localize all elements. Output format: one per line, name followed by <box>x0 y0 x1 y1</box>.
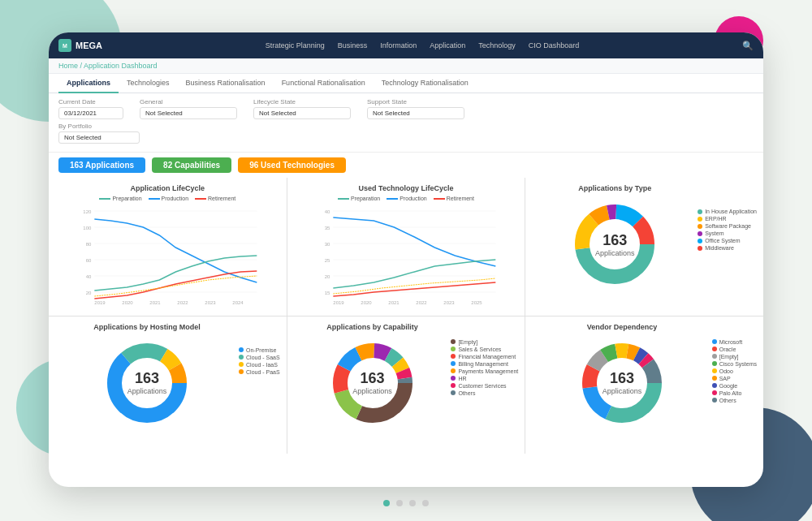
legend-dot-google <box>712 383 717 388</box>
capability-donut-container: 163 Applications <box>294 334 451 432</box>
tab-applications[interactable]: Applications <box>58 74 119 93</box>
legend-dot-office <box>698 239 702 243</box>
legend-dot-sap <box>712 376 717 381</box>
vendor-number: 163 <box>603 370 642 387</box>
lifecycle-label: Lifecycle State <box>253 98 351 105</box>
nav-technology[interactable]: Technology <box>478 41 516 50</box>
svg-text:30: 30 <box>324 242 330 247</box>
portfolio-value[interactable]: Not Selected <box>58 131 140 144</box>
legend-dot-odoo <box>712 368 717 373</box>
filter-row-2: By Portfolio Not Selected <box>58 123 754 144</box>
current-date-value[interactable]: 03/12/2021 <box>58 107 123 119</box>
by-type-number: 163 <box>595 232 635 249</box>
vendor-legend: Microsoft Oracle [Empty] Cisco Systems O… <box>712 339 757 403</box>
by-type-label: Applications <box>595 249 635 257</box>
hosting-number: 163 <box>127 370 167 387</box>
svg-text:2023: 2023 <box>443 300 455 305</box>
legend-dot-cloud-saas <box>239 355 244 360</box>
nav-search-icon[interactable]: 🔍 <box>742 41 754 51</box>
legend-ut-label-prod: Production <box>400 196 426 201</box>
kpi-capabilities[interactable]: 82 Capabilities <box>152 157 231 173</box>
tab-technologies[interactable]: Technologies <box>119 74 178 93</box>
legend-cap-hr: HR <box>451 376 518 381</box>
svg-text:120: 120 <box>83 209 92 214</box>
legend-label-retirement: Retirement <box>208 196 235 201</box>
kpi-technologies[interactable]: 96 Used Technologies <box>238 157 346 173</box>
chart-by-type: Applications by Type 163 Applications <box>525 178 763 316</box>
breadcrumb-current: Application Dashboard <box>84 62 158 70</box>
tab-business-rat[interactable]: Business Rationalisation <box>178 74 274 93</box>
chart-lifecycle: Application LifeCycle Preparation Produc… <box>49 178 287 316</box>
legend-vendor-microsoft: Microsoft <box>712 339 757 345</box>
dot-3[interactable] <box>409 500 416 506</box>
legend-color-preparation <box>99 198 110 200</box>
legend-dot-cap-payments <box>451 368 456 373</box>
legend-dot-microsoft <box>712 339 717 344</box>
svg-text:2022: 2022 <box>416 300 427 305</box>
legend-inhouse: In House Application <box>698 209 757 214</box>
chart-capability-donut: Applications by Capability <box>294 323 451 432</box>
support-label: Support State <box>367 98 464 105</box>
legend-cap-payments: Payments Management <box>451 368 518 374</box>
legend-dot-cap-empty <box>451 339 456 344</box>
tab-functional-rat[interactable]: Functional Rationalisation <box>274 74 374 93</box>
by-type-donut-container: 163 Applications <box>532 196 698 293</box>
svg-text:20: 20 <box>86 291 92 295</box>
legend-cap-empty: [Empty] <box>451 339 518 345</box>
chart-by-type-donut: Applications by Type 163 Applications <box>532 184 698 293</box>
nav-information[interactable]: Information <box>380 41 417 50</box>
legend-dot-system <box>698 231 702 236</box>
legend-color-production <box>149 198 160 200</box>
vendor-center: 163 Applications <box>603 370 642 395</box>
legend-cap-finance: Financial Management <box>451 354 518 360</box>
general-label: General <box>140 98 237 105</box>
legend-cap-billing: Billing Management <box>451 361 518 367</box>
chart-by-type-title: Applications by Type <box>578 184 651 192</box>
legend-dot-cloud-iaas <box>239 362 244 367</box>
dot-1[interactable] <box>383 500 390 506</box>
chart-hosting-donut: Applications by Hosting Model 163 Applic… <box>55 323 239 432</box>
nav-business[interactable]: Business <box>338 41 368 50</box>
top-nav: M MEGA Strategic Planning Business Infor… <box>49 32 763 58</box>
legend-dot-erp <box>698 217 702 222</box>
device-frame: M MEGA Strategic Planning Business Infor… <box>49 32 763 487</box>
breadcrumb: Home / Application Dashboard <box>49 58 763 74</box>
capability-number: 163 <box>352 370 392 387</box>
dot-2[interactable] <box>396 500 403 506</box>
legend-dot-inhouse <box>698 209 702 214</box>
legend-onpremise: On-Premise <box>239 347 280 353</box>
nav-strategic[interactable]: Strategic Planning <box>266 41 325 50</box>
filter-lifecycle: Lifecycle State Not Selected <box>253 98 351 119</box>
svg-text:2022: 2022 <box>177 300 188 305</box>
legend-ut-production: Production <box>387 196 426 201</box>
nav-cio[interactable]: CIO Dashboard <box>529 41 580 50</box>
tab-technology-rat[interactable]: Technology Rationalisation <box>374 74 477 93</box>
legend-cloud-paas: Cloud - PaaS <box>239 369 280 375</box>
lifecycle-value[interactable]: Not Selected <box>253 107 351 119</box>
general-value[interactable]: Not Selected <box>140 107 237 119</box>
legend-cap-sales: Sales & Services <box>451 347 518 352</box>
svg-text:2021: 2021 <box>388 300 400 305</box>
legend-ut-color-prod <box>387 198 398 200</box>
chart-lifecycle-title: Application LifeCycle <box>131 184 205 192</box>
legend-vendor-sap: SAP <box>712 376 757 381</box>
nav-application[interactable]: Application <box>430 41 465 50</box>
svg-text:2023: 2023 <box>205 300 216 305</box>
legend-dot-software <box>698 224 702 229</box>
legend-dot-cap-customer <box>451 383 456 388</box>
filter-portfolio: By Portfolio Not Selected <box>58 123 140 144</box>
legend-dot-cap-billing <box>451 361 456 366</box>
svg-text:60: 60 <box>86 258 92 263</box>
dot-4[interactable] <box>422 500 429 506</box>
legend-system: System <box>698 230 757 236</box>
support-value[interactable]: Not Selected <box>367 107 464 119</box>
legend-vendor-odoo: Odoo <box>712 368 757 374</box>
legend-erp: ERP/HR <box>698 216 757 222</box>
legend-ut-color-prep <box>338 198 349 200</box>
legend-vendor-oracle: Oracle <box>712 347 757 352</box>
breadcrumb-home[interactable]: Home <box>58 62 78 70</box>
svg-text:40: 40 <box>86 274 92 279</box>
kpi-applications[interactable]: 163 Applications <box>58 157 145 173</box>
chart-vendor-title: Vendor Dependency <box>587 323 658 331</box>
legend-ut-preparation: Preparation <box>338 196 380 201</box>
